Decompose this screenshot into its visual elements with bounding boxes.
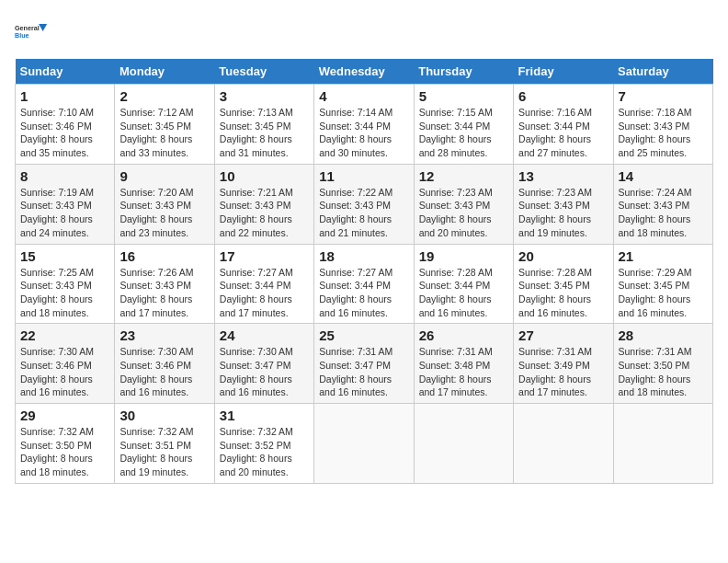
svg-text:General: General bbox=[15, 24, 40, 32]
day-detail: Sunrise: 7:25 AMSunset: 3:43 PMDaylight:… bbox=[20, 266, 109, 320]
day-detail: Sunrise: 7:12 AMSunset: 3:45 PMDaylight:… bbox=[119, 106, 209, 160]
day-detail: Sunrise: 7:14 AMSunset: 3:44 PMDaylight:… bbox=[319, 106, 408, 160]
day-number: 13 bbox=[518, 168, 608, 184]
calendar-cell: 15 Sunrise: 7:25 AMSunset: 3:43 PMDaylig… bbox=[16, 244, 115, 324]
calendar-cell: 13 Sunrise: 7:23 AMSunset: 3:43 PMDaylig… bbox=[514, 164, 613, 244]
day-number: 31 bbox=[220, 408, 309, 423]
weekday-header-saturday: Saturday bbox=[613, 59, 712, 85]
day-detail: Sunrise: 7:29 AMSunset: 3:45 PMDaylight:… bbox=[619, 266, 708, 320]
day-number: 26 bbox=[419, 327, 508, 343]
day-detail: Sunrise: 7:19 AMSunset: 3:43 PMDaylight:… bbox=[20, 186, 109, 240]
calendar-cell: 24 Sunrise: 7:30 AMSunset: 3:47 PMDaylig… bbox=[214, 324, 313, 404]
calendar-cell: 5 Sunrise: 7:15 AMSunset: 3:44 PMDayligh… bbox=[414, 85, 513, 165]
calendar-cell: 30 Sunrise: 7:32 AMSunset: 3:51 PMDaylig… bbox=[115, 404, 214, 484]
weekday-header-friday: Friday bbox=[514, 59, 613, 85]
weekday-header-sunday: Sunday bbox=[16, 59, 115, 85]
calendar-cell bbox=[514, 404, 613, 484]
day-detail: Sunrise: 7:20 AMSunset: 3:43 PMDaylight:… bbox=[119, 186, 209, 240]
day-detail: Sunrise: 7:28 AMSunset: 3:45 PMDaylight:… bbox=[518, 266, 608, 320]
day-detail: Sunrise: 7:30 AMSunset: 3:46 PMDaylight:… bbox=[119, 345, 209, 399]
calendar-cell: 17 Sunrise: 7:27 AMSunset: 3:44 PMDaylig… bbox=[214, 244, 313, 324]
calendar-cell: 1 Sunrise: 7:10 AMSunset: 3:46 PMDayligh… bbox=[16, 85, 115, 165]
day-detail: Sunrise: 7:18 AMSunset: 3:43 PMDaylight:… bbox=[619, 106, 708, 160]
day-number: 25 bbox=[319, 327, 408, 343]
calendar-cell: 12 Sunrise: 7:23 AMSunset: 3:43 PMDaylig… bbox=[414, 164, 513, 244]
day-detail: Sunrise: 7:31 AMSunset: 3:48 PMDaylight:… bbox=[419, 345, 508, 399]
day-number: 20 bbox=[518, 248, 608, 264]
day-number: 23 bbox=[119, 327, 209, 343]
day-detail: Sunrise: 7:23 AMSunset: 3:43 PMDaylight:… bbox=[518, 186, 608, 240]
calendar-cell: 4 Sunrise: 7:14 AMSunset: 3:44 PMDayligh… bbox=[314, 85, 414, 165]
day-number: 16 bbox=[119, 248, 209, 264]
calendar-cell bbox=[314, 404, 414, 484]
day-number: 8 bbox=[20, 168, 109, 184]
day-number: 9 bbox=[119, 168, 209, 184]
calendar-cell: 8 Sunrise: 7:19 AMSunset: 3:43 PMDayligh… bbox=[16, 164, 115, 244]
day-detail: Sunrise: 7:30 AMSunset: 3:46 PMDaylight:… bbox=[20, 345, 109, 399]
page-header: GeneralBlue bbox=[15, 15, 713, 48]
day-number: 22 bbox=[20, 327, 109, 343]
calendar-cell: 10 Sunrise: 7:21 AMSunset: 3:43 PMDaylig… bbox=[214, 164, 313, 244]
day-number: 24 bbox=[220, 327, 309, 343]
day-detail: Sunrise: 7:32 AMSunset: 3:50 PMDaylight:… bbox=[20, 425, 109, 479]
day-number: 10 bbox=[220, 168, 309, 184]
day-detail: Sunrise: 7:22 AMSunset: 3:43 PMDaylight:… bbox=[319, 186, 408, 240]
day-number: 29 bbox=[20, 408, 109, 423]
day-number: 2 bbox=[119, 88, 209, 104]
weekday-header-tuesday: Tuesday bbox=[214, 59, 313, 85]
calendar-cell: 2 Sunrise: 7:12 AMSunset: 3:45 PMDayligh… bbox=[115, 85, 214, 165]
day-detail: Sunrise: 7:31 AMSunset: 3:49 PMDaylight:… bbox=[518, 345, 608, 399]
day-number: 15 bbox=[20, 248, 109, 264]
day-detail: Sunrise: 7:15 AMSunset: 3:44 PMDaylight:… bbox=[419, 106, 508, 160]
day-detail: Sunrise: 7:32 AMSunset: 3:51 PMDaylight:… bbox=[119, 425, 209, 479]
day-number: 7 bbox=[619, 88, 708, 104]
calendar-week-2: 8 Sunrise: 7:19 AMSunset: 3:43 PMDayligh… bbox=[16, 164, 713, 244]
calendar-cell: 3 Sunrise: 7:13 AMSunset: 3:45 PMDayligh… bbox=[214, 85, 313, 165]
calendar-cell: 11 Sunrise: 7:22 AMSunset: 3:43 PMDaylig… bbox=[314, 164, 414, 244]
calendar-cell: 29 Sunrise: 7:32 AMSunset: 3:50 PMDaylig… bbox=[16, 404, 115, 484]
day-detail: Sunrise: 7:13 AMSunset: 3:45 PMDaylight:… bbox=[220, 106, 309, 160]
calendar-cell: 27 Sunrise: 7:31 AMSunset: 3:49 PMDaylig… bbox=[514, 324, 613, 404]
day-detail: Sunrise: 7:27 AMSunset: 3:44 PMDaylight:… bbox=[220, 266, 309, 320]
calendar-cell: 16 Sunrise: 7:26 AMSunset: 3:43 PMDaylig… bbox=[115, 244, 214, 324]
day-number: 1 bbox=[20, 88, 109, 104]
day-detail: Sunrise: 7:24 AMSunset: 3:43 PMDaylight:… bbox=[619, 186, 708, 240]
calendar-cell: 26 Sunrise: 7:31 AMSunset: 3:48 PMDaylig… bbox=[414, 324, 513, 404]
day-number: 14 bbox=[619, 168, 708, 184]
calendar-cell bbox=[414, 404, 513, 484]
svg-text:Blue: Blue bbox=[15, 31, 29, 40]
calendar-table: SundayMondayTuesdayWednesdayThursdayFrid… bbox=[15, 59, 713, 484]
calendar-cell: 9 Sunrise: 7:20 AMSunset: 3:43 PMDayligh… bbox=[115, 164, 214, 244]
calendar-cell: 7 Sunrise: 7:18 AMSunset: 3:43 PMDayligh… bbox=[613, 85, 712, 165]
day-detail: Sunrise: 7:27 AMSunset: 3:44 PMDaylight:… bbox=[319, 266, 408, 320]
day-detail: Sunrise: 7:26 AMSunset: 3:43 PMDaylight:… bbox=[119, 266, 209, 320]
day-number: 4 bbox=[319, 88, 408, 104]
calendar-cell: 6 Sunrise: 7:16 AMSunset: 3:44 PMDayligh… bbox=[514, 85, 613, 165]
calendar-cell bbox=[613, 404, 712, 484]
calendar-cell: 14 Sunrise: 7:24 AMSunset: 3:43 PMDaylig… bbox=[613, 164, 712, 244]
calendar-cell: 23 Sunrise: 7:30 AMSunset: 3:46 PMDaylig… bbox=[115, 324, 214, 404]
calendar-week-1: 1 Sunrise: 7:10 AMSunset: 3:46 PMDayligh… bbox=[16, 85, 713, 165]
weekday-header-monday: Monday bbox=[115, 59, 214, 85]
day-detail: Sunrise: 7:21 AMSunset: 3:43 PMDaylight:… bbox=[220, 186, 309, 240]
calendar-week-4: 22 Sunrise: 7:30 AMSunset: 3:46 PMDaylig… bbox=[16, 324, 713, 404]
day-detail: Sunrise: 7:23 AMSunset: 3:43 PMDaylight:… bbox=[419, 186, 508, 240]
day-number: 5 bbox=[419, 88, 508, 104]
day-number: 6 bbox=[518, 88, 608, 104]
calendar-cell: 22 Sunrise: 7:30 AMSunset: 3:46 PMDaylig… bbox=[16, 324, 115, 404]
day-number: 12 bbox=[419, 168, 508, 184]
day-detail: Sunrise: 7:10 AMSunset: 3:46 PMDaylight:… bbox=[20, 106, 109, 160]
day-number: 11 bbox=[319, 168, 408, 184]
calendar-cell: 19 Sunrise: 7:28 AMSunset: 3:44 PMDaylig… bbox=[414, 244, 513, 324]
calendar-cell: 20 Sunrise: 7:28 AMSunset: 3:45 PMDaylig… bbox=[514, 244, 613, 324]
day-number: 27 bbox=[518, 327, 608, 343]
day-number: 3 bbox=[220, 88, 309, 104]
day-number: 21 bbox=[619, 248, 708, 264]
day-detail: Sunrise: 7:30 AMSunset: 3:47 PMDaylight:… bbox=[220, 345, 309, 399]
day-number: 30 bbox=[119, 408, 209, 423]
day-number: 19 bbox=[419, 248, 508, 264]
day-detail: Sunrise: 7:31 AMSunset: 3:47 PMDaylight:… bbox=[319, 345, 408, 399]
calendar-cell: 18 Sunrise: 7:27 AMSunset: 3:44 PMDaylig… bbox=[314, 244, 414, 324]
logo-icon: GeneralBlue bbox=[15, 15, 48, 48]
calendar-week-3: 15 Sunrise: 7:25 AMSunset: 3:43 PMDaylig… bbox=[16, 244, 713, 324]
